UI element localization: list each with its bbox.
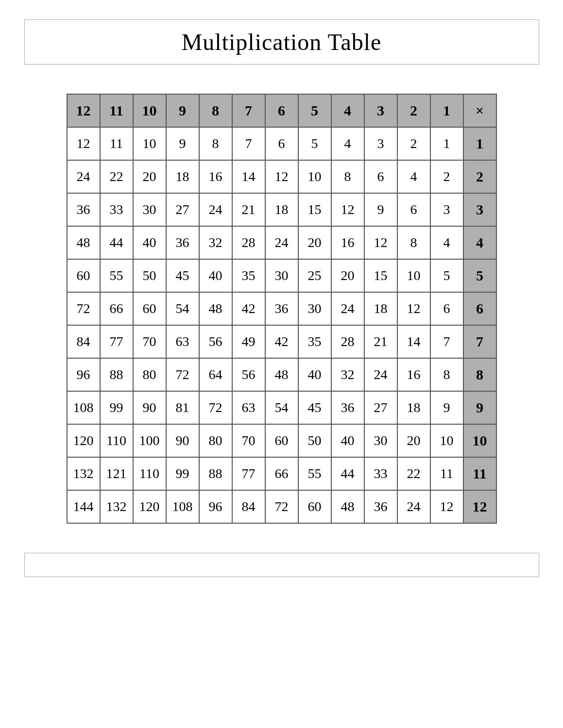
- title-box: Multiplication Table: [24, 19, 539, 65]
- table-row: 144 132 120 108 96 84 72 60 48 36 24 12 …: [67, 490, 496, 523]
- table-row: 132 121 110 99 88 77 66 55 44 33 22 11 1…: [67, 457, 496, 490]
- row-header-2: 2: [463, 160, 496, 193]
- row-header-12: 12: [463, 490, 496, 523]
- table-row: 48 44 40 36 32 28 24 20 16 12 8 4 4: [67, 226, 496, 259]
- col-header-3: 3: [364, 94, 397, 127]
- multiplication-table: 12 11 10 9 8 7 6 5 4 3 2 1 × 12 11 10 9 …: [67, 94, 497, 524]
- table-row: 84 77 70 63 56 49 42 35 28 21 14 7 7: [67, 325, 496, 358]
- table-row: 60 55 50 45 40 35 30 25 20 15 10 5 5: [67, 259, 496, 292]
- col-header-8: 8: [199, 94, 232, 127]
- table-row: 72 66 60 54 48 42 36 30 24 18 12 6 6: [67, 292, 496, 325]
- col-header-5: 5: [298, 94, 331, 127]
- row-header-3: 3: [463, 193, 496, 226]
- col-header-4: 4: [331, 94, 364, 127]
- operator-cell: ×: [463, 94, 496, 127]
- footer-box: [24, 553, 539, 577]
- col-header-1: 1: [430, 94, 463, 127]
- row-header-10: 10: [463, 424, 496, 457]
- col-header-2: 2: [397, 94, 430, 127]
- row-header-6: 6: [463, 292, 496, 325]
- row-header-9: 9: [463, 391, 496, 424]
- col-header-6: 6: [265, 94, 298, 127]
- col-header-7: 7: [232, 94, 265, 127]
- row-header-5: 5: [463, 259, 496, 292]
- table-wrapper: 12 11 10 9 8 7 6 5 4 3 2 1 × 12 11 10 9 …: [67, 94, 497, 524]
- col-header-11: 11: [100, 94, 133, 127]
- table-row: 36 33 30 27 24 21 18 15 12 9 6 3 3: [67, 193, 496, 226]
- table-row: 120 110 100 90 80 70 60 50 40 30 20 10 1…: [67, 424, 496, 457]
- table-row: 108 99 90 81 72 63 54 45 36 27 18 9 9: [67, 391, 496, 424]
- table-row: 12 11 10 9 8 7 6 5 4 3 2 1 1: [67, 127, 496, 160]
- row-header-11: 11: [463, 457, 496, 490]
- table-row: 24 22 20 18 16 14 12 10 8 6 4 2 2: [67, 160, 496, 193]
- row-header-7: 7: [463, 325, 496, 358]
- col-header-9: 9: [166, 94, 199, 127]
- page-title: Multiplication Table: [182, 29, 382, 55]
- col-header-12: 12: [67, 94, 100, 127]
- table-row: 96 88 80 72 64 56 48 40 32 24 16 8 8: [67, 358, 496, 391]
- col-header-10: 10: [133, 94, 166, 127]
- row-header-8: 8: [463, 358, 496, 391]
- header-row: 12 11 10 9 8 7 6 5 4 3 2 1 ×: [67, 94, 496, 127]
- row-header-1: 1: [463, 127, 496, 160]
- row-header-4: 4: [463, 226, 496, 259]
